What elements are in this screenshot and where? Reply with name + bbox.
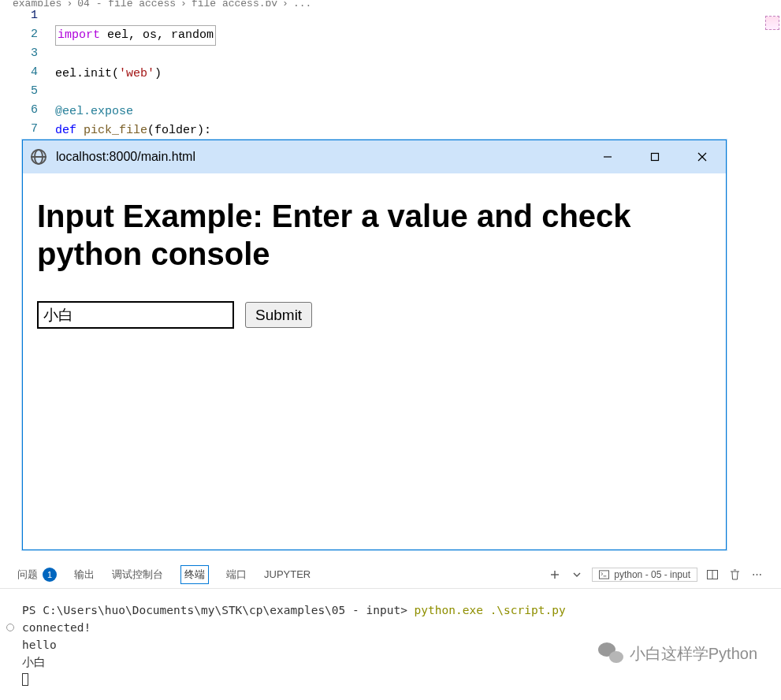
prompt: PS C:\Users\huo\Documents\my\STK\cp\exam… <box>22 604 415 616</box>
terminal-cursor <box>22 673 28 686</box>
svg-rect-6 <box>600 570 609 578</box>
value-input[interactable] <box>37 301 234 329</box>
browser-window: localhost:8000/main.html Input Example: … <box>22 140 727 550</box>
terminal-selector[interactable]: python - 05 - input <box>592 568 697 582</box>
tab-ports[interactable]: 端口 <box>226 564 247 585</box>
more-actions-button[interactable]: ⋯ <box>749 568 764 582</box>
tab-debug-console[interactable]: 调试控制台 <box>112 564 163 585</box>
minimize-icon <box>603 152 612 162</box>
tab-problems[interactable]: 问题 1 <box>17 564 57 585</box>
close-icon <box>697 152 707 162</box>
tab-jupyter[interactable]: JUPYTER <box>264 565 311 583</box>
kill-terminal-button[interactable] <box>727 568 742 582</box>
maximize-button[interactable] <box>631 140 679 173</box>
submit-button[interactable]: Submit <box>245 302 312 328</box>
split-terminal-button[interactable] <box>705 568 720 582</box>
gutter-circle-icon <box>6 624 14 631</box>
watermark: 小白这样学Python <box>598 642 757 665</box>
new-terminal-button[interactable] <box>548 568 562 582</box>
chevron-right-icon: › <box>180 0 187 6</box>
globe-icon <box>31 149 46 165</box>
breadcrumb[interactable]: examples › 04 - file_access › file_acces… <box>0 0 781 6</box>
line-gutter: 1 2 3 4 5 6 7 <box>0 6 55 140</box>
breadcrumb-seg[interactable]: ... <box>293 0 311 6</box>
split-icon <box>707 570 718 579</box>
tab-output[interactable]: 输出 <box>74 564 95 585</box>
url-text: localhost:8000/main.html <box>56 150 584 164</box>
page-heading: Input Example: Enter a value and check p… <box>37 197 712 273</box>
command-text: python.exe .\script.py <box>415 604 566 616</box>
terminal-icon <box>599 570 609 579</box>
code-editor[interactable]: 1 2 3 4 5 6 7 import eel, os, random eel… <box>0 6 781 140</box>
problems-badge: 1 <box>43 568 57 582</box>
breadcrumb-seg[interactable]: file_access.py <box>192 0 277 6</box>
browser-content: Input Example: Enter a value and check p… <box>23 173 726 352</box>
chevron-right-icon: › <box>66 0 73 6</box>
breadcrumb-seg[interactable]: examples <box>13 0 61 6</box>
minimap[interactable] <box>765 16 779 30</box>
tab-terminal[interactable]: 终端 <box>180 565 209 584</box>
svg-rect-1 <box>652 154 659 161</box>
wechat-icon <box>598 642 623 665</box>
breadcrumb-seg[interactable]: 04 - file_access <box>77 0 176 6</box>
output-line: connected! <box>22 619 759 636</box>
plus-icon <box>549 569 560 580</box>
minimize-button[interactable] <box>584 140 631 173</box>
trash-icon <box>730 569 740 580</box>
code-content[interactable]: import eel, os, random eel.init('web') @… <box>55 6 781 140</box>
chevron-right-icon: › <box>282 0 288 6</box>
close-button[interactable] <box>679 140 726 173</box>
titlebar[interactable]: localhost:8000/main.html <box>23 140 726 173</box>
maximize-icon <box>650 152 660 162</box>
chevron-down-icon <box>573 571 581 579</box>
terminal-dropdown[interactable] <box>570 568 584 582</box>
panel-tabs: 问题 1 输出 调试控制台 终端 端口 JUPYTER python - 05 … <box>0 560 781 589</box>
